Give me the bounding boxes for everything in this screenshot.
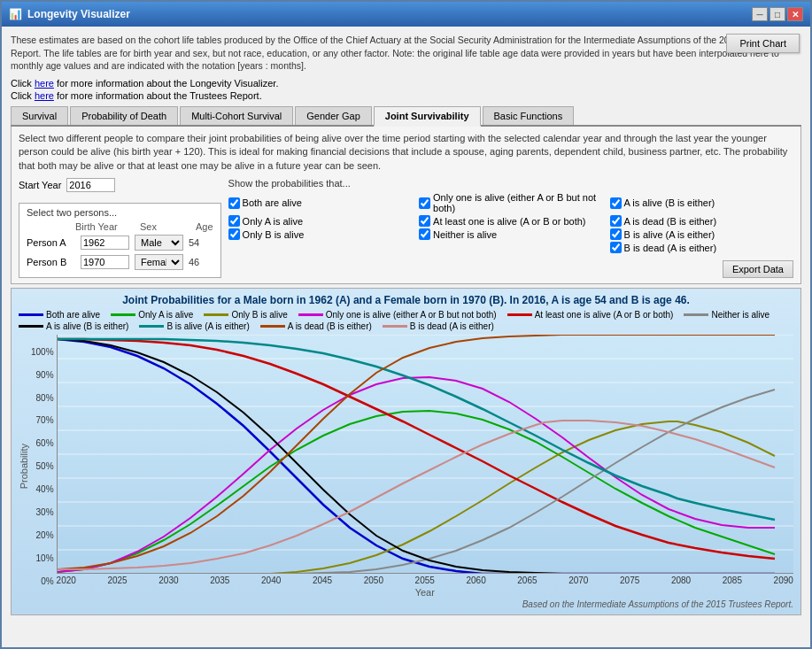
tab-multi-cohort[interactable]: Multi-Cohort Survival <box>180 106 293 125</box>
person-a-row: Person A Male Female 54 <box>27 235 213 251</box>
minimize-button[interactable]: ─ <box>752 7 768 21</box>
legend-line-a-alive-b-either <box>19 325 43 328</box>
chart-legend: Both are alive Only A is alive Only B is… <box>19 310 793 331</box>
tabs-bar: Survival Probability of Death Multi-Coho… <box>11 106 801 127</box>
person-b-sex[interactable]: Male Female <box>135 254 183 270</box>
person-a-birth-year[interactable] <box>81 236 129 250</box>
y-axis-title: Probability <box>19 444 29 489</box>
chart-svg <box>57 335 793 574</box>
link1-suffix: for more information about the Longevity… <box>54 78 279 89</box>
chart-plot-container: Probability 100% 90% 80% 70% 60% 50% 40%… <box>19 335 793 598</box>
legend-line-at-least-one <box>507 313 532 316</box>
tab-description: Select two different people to compare t… <box>19 132 793 173</box>
link1-prefix: Click <box>11 78 35 89</box>
x-axis-title: Year <box>57 587 793 598</box>
person-col-headers: Birth Year Sex Age <box>27 221 213 232</box>
link-line-1: Click here for more information about th… <box>11 78 801 89</box>
person-b-label: Person B <box>27 257 75 267</box>
legend-only-a: Only A is alive <box>111 310 193 320</box>
checkbox-only-one[interactable]: Only one is alive (either A or B but not… <box>419 192 602 213</box>
tab-joint-survivability[interactable]: Joint Survivability <box>374 106 481 127</box>
legend-line-neither <box>684 313 708 316</box>
checkbox-b-dead-a-either[interactable]: B is dead (A is either) <box>610 242 793 253</box>
main-window: 📊 Longevity Visualizer ─ □ ✕ These estim… <box>0 0 812 649</box>
select-persons-box: Select two persons... Birth Year Sex Age… <box>19 203 221 278</box>
col-sex: Sex <box>140 221 189 232</box>
tab-survival[interactable]: Survival <box>11 106 68 125</box>
person-b-row: Person B Male Female 46 <box>27 254 213 270</box>
controls-container: Start Year Select two persons... Birth Y… <box>19 178 793 278</box>
checkbox-a-dead-b-either[interactable]: A is dead (B is either) <box>610 215 793 227</box>
col-birth-year: Birth Year <box>75 221 133 232</box>
tab-basic-functions[interactable]: Basic Functions <box>483 106 575 125</box>
export-data-button[interactable]: Export Data <box>723 260 793 278</box>
print-btn-container: Print Chart <box>726 34 800 53</box>
checkbox-b-alive-a-either[interactable]: B is alive (A is either) <box>610 228 793 240</box>
trustees-report-link[interactable]: here <box>35 90 54 101</box>
show-probs-title: Show the probabilities that... <box>228 178 793 189</box>
left-controls: Start Year Select two persons... Birth Y… <box>19 178 221 278</box>
chart-area: Joint Probabilities for a Male born in 1… <box>11 288 801 615</box>
tab-gender-gap[interactable]: Gender Gap <box>295 106 372 125</box>
checkbox-both-alive[interactable]: Both are alive <box>228 192 412 213</box>
legend-both-alive: Both are alive <box>19 310 100 320</box>
person-b-age: 46 <box>189 257 211 267</box>
start-year-label: Start Year <box>19 180 61 190</box>
close-button[interactable]: ✕ <box>787 7 803 21</box>
legend-neither: Neither is alive <box>684 310 769 320</box>
legend-b-alive-a-either: B is alive (A is either) <box>139 321 249 331</box>
checkbox-a-alive-b-either[interactable]: A is alive (B is either) <box>610 192 793 213</box>
legend-line-a-dead-b-either <box>260 325 285 328</box>
y-axis-labels: 100% 90% 80% 70% 60% 50% 40% 30% 20% 10%… <box>31 347 57 586</box>
legend-a-alive-b-either: A is alive (B is either) <box>19 321 128 331</box>
person-a-sex[interactable]: Male Female <box>135 235 183 251</box>
legend-line-b-alive-a-either <box>139 325 164 328</box>
empty-cell2 <box>419 242 602 253</box>
x-axis-labels: 2020 2025 2030 2035 2040 2045 2050 2055 … <box>57 576 793 585</box>
legend-at-least-one: At least one is alive (A or B or both) <box>507 310 674 320</box>
legend-line-b-dead-a-either <box>383 325 407 328</box>
legend-line-only-a <box>111 313 135 316</box>
chart-title: Joint Probabilities for a Male born in 1… <box>19 294 793 306</box>
show-probs-section: Show the probabilities that... Both are … <box>228 178 793 278</box>
y-axis-wrapper: Probability 100% 90% 80% 70% 60% 50% 40%… <box>19 335 57 598</box>
legend-a-dead-b-either: A is dead (B is either) <box>260 321 372 331</box>
title-bar-title: 📊 Longevity Visualizer <box>9 8 130 20</box>
links-section: Click here for more information about th… <box>11 78 801 101</box>
link2-prefix: Click <box>11 90 35 101</box>
link-line-2: Click here for more information about th… <box>11 90 801 101</box>
select-persons-title: Select two persons... <box>27 207 213 218</box>
chart-footer: Based on the Intermediate Assumptions of… <box>19 599 793 609</box>
link2-suffix: for more information about the Trustees … <box>54 90 262 101</box>
col-age: Age <box>196 221 213 232</box>
print-chart-button[interactable]: Print Chart <box>726 34 800 53</box>
chart-svg-container: 2020 2025 2030 2035 2040 2045 2050 2055 … <box>57 335 793 598</box>
checkbox-neither[interactable]: Neither is alive <box>419 228 602 240</box>
legend-only-b: Only B is alive <box>204 310 287 320</box>
tab-prob-death[interactable]: Probability of Death <box>70 106 178 125</box>
person-a-age: 54 <box>189 237 211 248</box>
person-a-label: Person A <box>27 237 75 248</box>
person-b-birth-year[interactable] <box>81 255 129 269</box>
legend-line-only-one <box>298 313 323 316</box>
maximize-button[interactable]: □ <box>769 7 785 21</box>
app-icon: 📊 <box>9 8 22 20</box>
title-bar: 📊 Longevity Visualizer ─ □ ✕ <box>2 2 810 27</box>
tab-panel-joint-survivability: Select two different people to compare t… <box>11 127 801 284</box>
title-bar-controls: ─ □ ✕ <box>752 7 803 21</box>
info-text: These estimates are based on the cohort … <box>11 34 801 73</box>
legend-line-both-alive <box>19 313 43 316</box>
checkboxes-grid: Both are alive Only one is alive (either… <box>228 192 793 253</box>
checkbox-only-a[interactable]: Only A is alive <box>228 215 412 227</box>
start-year-row: Start Year <box>19 178 221 192</box>
checkbox-only-b[interactable]: Only B is alive <box>228 228 412 240</box>
start-year-input[interactable] <box>66 178 115 192</box>
legend-only-one: Only one is alive (either A or B but not… <box>298 310 497 320</box>
checkbox-at-least-one[interactable]: At least one is alive (A or B or both) <box>419 215 602 227</box>
legend-line-only-b <box>204 313 228 316</box>
empty-cell <box>228 242 412 253</box>
legend-b-dead-a-either: B is dead (A is either) <box>383 321 494 331</box>
longevity-visualizer-link[interactable]: here <box>35 78 54 89</box>
